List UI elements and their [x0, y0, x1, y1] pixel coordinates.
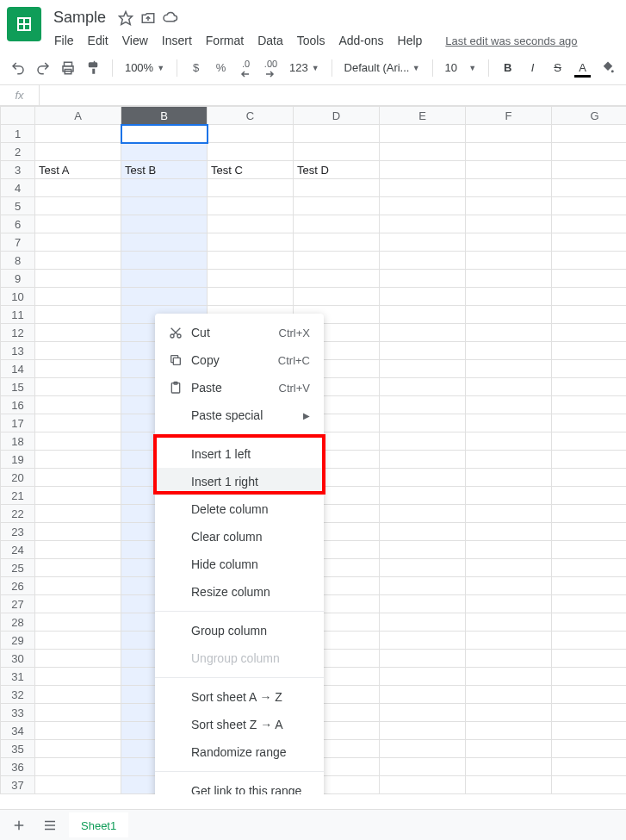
cell[interactable]	[35, 288, 121, 306]
cell[interactable]	[294, 270, 380, 288]
cell[interactable]	[380, 432, 466, 451]
cell[interactable]: Test A	[35, 161, 121, 179]
cell[interactable]	[35, 613, 121, 632]
cell[interactable]	[380, 288, 466, 306]
cell[interactable]	[380, 451, 466, 469]
row-header[interactable]: 10	[1, 288, 35, 306]
row-header[interactable]: 13	[1, 342, 35, 360]
cell[interactable]	[380, 270, 466, 288]
cell[interactable]	[552, 650, 627, 668]
format-currency-button[interactable]: $	[184, 56, 208, 80]
cell[interactable]	[466, 342, 552, 360]
cell[interactable]	[35, 306, 121, 324]
row-header[interactable]: 23	[1, 523, 35, 541]
cell[interactable]	[294, 252, 380, 270]
cell[interactable]	[466, 324, 552, 342]
cell[interactable]	[208, 288, 294, 306]
cell[interactable]	[552, 740, 627, 758]
cell[interactable]	[380, 342, 466, 360]
cell[interactable]	[380, 306, 466, 324]
ctx-get-link[interactable]: Get link to this range	[155, 777, 324, 794]
cell[interactable]	[380, 758, 466, 776]
cell[interactable]	[121, 143, 208, 161]
ctx-cut[interactable]: Cut Ctrl+X	[155, 319, 324, 346]
cell[interactable]	[380, 505, 466, 523]
row-header[interactable]: 2	[1, 143, 35, 161]
font-combo[interactable]: Default (Ari...▼	[339, 56, 425, 80]
cell[interactable]	[35, 505, 121, 523]
cell[interactable]	[35, 396, 121, 414]
cell[interactable]	[380, 668, 466, 686]
cell[interactable]	[35, 378, 121, 396]
cell[interactable]	[552, 432, 627, 451]
zoom-combo[interactable]: 100%▼	[120, 56, 170, 80]
cell[interactable]: Test D	[294, 161, 380, 179]
cell[interactable]	[552, 396, 627, 414]
cell[interactable]	[552, 523, 627, 541]
cell[interactable]	[552, 632, 627, 650]
row-header[interactable]: 20	[1, 469, 35, 487]
cell[interactable]	[208, 143, 294, 161]
ctx-hide-column[interactable]: Hide column	[155, 551, 324, 578]
cell[interactable]	[380, 161, 466, 179]
ctx-copy[interactable]: Copy Ctrl+C	[155, 346, 324, 374]
cell[interactable]	[466, 559, 552, 577]
cell[interactable]	[466, 686, 552, 704]
cell[interactable]	[35, 541, 121, 559]
ctx-sort-az[interactable]: Sort sheet A → Z	[155, 683, 324, 711]
cell[interactable]	[552, 378, 627, 396]
bold-button[interactable]: B	[496, 56, 519, 80]
ctx-paste[interactable]: Paste Ctrl+V	[155, 374, 324, 401]
cell[interactable]	[35, 179, 121, 197]
cell[interactable]	[380, 541, 466, 559]
row-header[interactable]: 33	[1, 704, 35, 722]
cell[interactable]	[380, 595, 466, 613]
cell[interactable]	[552, 577, 627, 595]
row-header[interactable]: 28	[1, 613, 35, 632]
row-header[interactable]: 31	[1, 668, 35, 686]
menu-file[interactable]: File	[48, 30, 80, 51]
cell[interactable]	[380, 686, 466, 704]
row-header[interactable]: 6	[1, 215, 35, 233]
paint-format-button[interactable]	[82, 56, 105, 80]
cell[interactable]	[380, 469, 466, 487]
cell[interactable]	[35, 125, 121, 143]
cell[interactable]	[466, 197, 552, 215]
cell[interactable]	[35, 197, 121, 215]
cell[interactable]	[35, 704, 121, 722]
cell[interactable]	[380, 577, 466, 595]
cell[interactable]	[35, 414, 121, 432]
cell[interactable]	[35, 595, 121, 613]
cell[interactable]	[380, 252, 466, 270]
cell[interactable]	[35, 668, 121, 686]
row-header[interactable]: 5	[1, 197, 35, 215]
cell[interactable]	[35, 270, 121, 288]
cell[interactable]	[208, 179, 294, 197]
cell[interactable]	[552, 686, 627, 704]
row-header[interactable]: 17	[1, 414, 35, 432]
cell[interactable]	[466, 451, 552, 469]
column-header[interactable]: C	[208, 107, 294, 125]
cell[interactable]	[121, 125, 208, 143]
cell[interactable]	[380, 740, 466, 758]
cell[interactable]	[294, 233, 380, 252]
cell[interactable]: Test C	[208, 161, 294, 179]
cell[interactable]	[552, 487, 627, 505]
row-header[interactable]: 21	[1, 487, 35, 505]
column-header[interactable]: E	[380, 107, 466, 125]
cell[interactable]	[466, 541, 552, 559]
cell[interactable]	[466, 233, 552, 252]
cell[interactable]	[380, 143, 466, 161]
cell[interactable]	[552, 595, 627, 613]
cell[interactable]	[466, 469, 552, 487]
ctx-resize-column[interactable]: Resize column	[155, 578, 324, 606]
cloud-status-icon[interactable]	[163, 10, 178, 26]
doc-title[interactable]: Sample	[48, 7, 111, 28]
cell[interactable]	[552, 324, 627, 342]
cell[interactable]	[35, 650, 121, 668]
cell[interactable]	[466, 161, 552, 179]
cell[interactable]	[552, 414, 627, 432]
cell[interactable]	[466, 704, 552, 722]
row-header[interactable]: 18	[1, 432, 35, 451]
fill-color-button[interactable]	[596, 56, 619, 80]
